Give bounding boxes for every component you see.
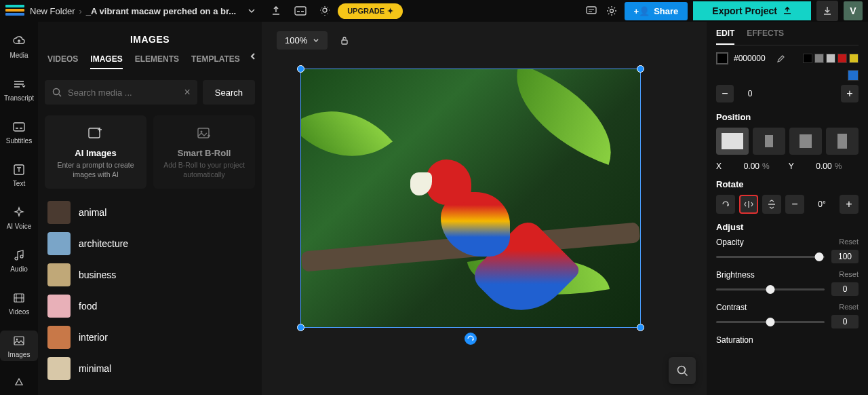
collapse-panel-icon[interactable]	[248, 52, 258, 61]
tab-edit[interactable]: EDIT	[716, 29, 734, 45]
search-field[interactable]: ×	[45, 80, 197, 105]
chevron-down-icon[interactable]	[244, 3, 259, 18]
tab-videos[interactable]: VIDEOS	[47, 54, 78, 69]
color-swatch[interactable]	[814, 54, 824, 63]
upload-icon[interactable]	[269, 3, 283, 18]
tab-images[interactable]: IMAGES	[90, 54, 122, 69]
category-thumb	[47, 357, 71, 380]
flip-vertical-button[interactable]	[762, 195, 781, 214]
position-left[interactable]	[753, 128, 785, 155]
flip-horizontal-button[interactable]	[739, 195, 758, 214]
svg-rect-4	[14, 123, 24, 131]
avatar[interactable]: V	[844, 1, 863, 20]
nav-images[interactable]: Images	[0, 331, 38, 361]
rotate-decrease-button[interactable]: −	[785, 195, 804, 214]
film-icon	[12, 290, 26, 305]
color-swatch-extra[interactable]	[848, 70, 859, 81]
breadcrumb-folder[interactable]: New Folder	[30, 6, 75, 16]
rotate-increase-button[interactable]: +	[840, 195, 859, 214]
zoom-fab[interactable]	[669, 357, 696, 384]
opacity-value: 100	[831, 250, 859, 263]
nav-transcript[interactable]: Transcript	[0, 74, 38, 105]
contrast-reset[interactable]: Reset	[839, 303, 859, 312]
properties-panel: EDIT EFFECTS #000000 − 0 + Position X % …	[707, 22, 868, 395]
saturation-slider-row: Saturation	[716, 335, 859, 345]
brightness-slider-row: BrightnessReset 0	[716, 270, 859, 296]
gear-icon[interactable]	[604, 3, 619, 18]
color-swatch[interactable]	[849, 54, 859, 63]
opacity-reset[interactable]: Reset	[839, 238, 859, 247]
nav-subtitles[interactable]: Subtitles	[0, 117, 38, 147]
card-ai-images[interactable]: AI Images Enter a prompt to create image…	[45, 115, 146, 189]
svg-point-1	[323, 8, 327, 12]
resize-handle-bl[interactable]	[297, 324, 304, 331]
search-input[interactable]	[68, 88, 184, 98]
opacity-slider[interactable]	[716, 256, 825, 258]
tab-effects[interactable]: EFFECTS	[747, 29, 784, 45]
svg-rect-11	[198, 128, 209, 138]
y-input[interactable]	[797, 162, 832, 171]
category-interior[interactable]: interior	[45, 322, 255, 353]
nav-aivoice[interactable]: AI Voice	[0, 202, 38, 233]
tab-templates[interactable]: TEMPLATES	[191, 54, 240, 69]
rotate-handle[interactable]	[465, 333, 477, 345]
brightness-slider[interactable]	[716, 288, 825, 290]
export-button[interactable]: Export Project	[693, 1, 811, 20]
tab-elements[interactable]: ELEMENTS	[135, 54, 179, 69]
stroke-decrease-button[interactable]: −	[716, 85, 734, 102]
captions-icon[interactable]	[293, 3, 308, 18]
upgrade-button[interactable]: UPGRADE✦	[338, 3, 403, 19]
current-color-swatch[interactable]	[716, 52, 728, 64]
brightness-reset[interactable]: Reset	[839, 270, 859, 280]
category-minimal[interactable]: minimal	[45, 353, 255, 384]
breadcrumb-file[interactable]: _A vibrant macaw perched on a br...	[86, 6, 236, 16]
position-fill[interactable]	[716, 128, 749, 155]
rotate-cw-button[interactable]	[716, 195, 735, 214]
search-button[interactable]: Search	[203, 80, 255, 105]
nav-videos[interactable]: Videos	[0, 288, 38, 318]
svg-point-9	[54, 89, 60, 95]
category-animal[interactable]: animal	[45, 197, 255, 228]
panel-title: IMAGES	[38, 22, 262, 54]
category-label: interior	[79, 332, 108, 343]
subtitles-icon	[12, 119, 26, 134]
app-logo[interactable]	[5, 5, 24, 17]
color-swatch[interactable]	[837, 54, 847, 63]
color-swatch[interactable]	[803, 54, 812, 63]
download-button[interactable]	[816, 1, 838, 21]
contrast-slider[interactable]	[716, 321, 825, 323]
category-food[interactable]: food	[45, 290, 255, 322]
category-label: business	[79, 269, 116, 280]
selected-image[interactable]	[301, 69, 640, 327]
eyedropper-icon[interactable]	[775, 54, 785, 63]
chevron-down-icon	[313, 37, 319, 44]
clear-search-icon[interactable]: ×	[184, 86, 190, 98]
card-smart-broll[interactable]: Smart B-Roll Add B-Roll to your project …	[153, 115, 255, 189]
nav-text[interactable]: Text	[0, 159, 38, 190]
stroke-increase-button[interactable]: +	[841, 85, 859, 102]
category-business[interactable]: business	[45, 259, 255, 290]
category-architecture[interactable]: architecture	[45, 228, 255, 259]
lightbulb-icon[interactable]	[317, 3, 332, 18]
x-input[interactable]	[724, 162, 760, 171]
adjust-label: Adjust	[716, 222, 859, 232]
resize-handle-tr[interactable]	[637, 65, 644, 73]
share-button[interactable]: +👤Share	[625, 2, 688, 20]
svg-point-8	[16, 339, 18, 340]
brightness-value: 0	[831, 282, 859, 296]
svg-point-12	[201, 131, 203, 133]
canvas-area[interactable]: 100%	[262, 22, 707, 395]
position-right[interactable]	[826, 128, 859, 155]
position-center[interactable]	[789, 128, 822, 155]
resize-handle-br[interactable]	[637, 324, 644, 331]
color-swatch[interactable]	[826, 54, 835, 63]
nav-audio[interactable]: Audio	[0, 245, 38, 276]
zoom-dropdown[interactable]: 100%	[277, 31, 328, 50]
nav-more[interactable]	[0, 373, 38, 394]
rotate-value: 0°	[808, 200, 835, 209]
comment-icon[interactable]	[584, 3, 599, 18]
unlock-icon[interactable]	[337, 33, 352, 48]
nav-media[interactable]: Media	[0, 31, 38, 62]
resize-handle-tl[interactable]	[297, 65, 304, 73]
breadcrumb: New Folder › _A vibrant macaw perched on…	[30, 6, 236, 16]
